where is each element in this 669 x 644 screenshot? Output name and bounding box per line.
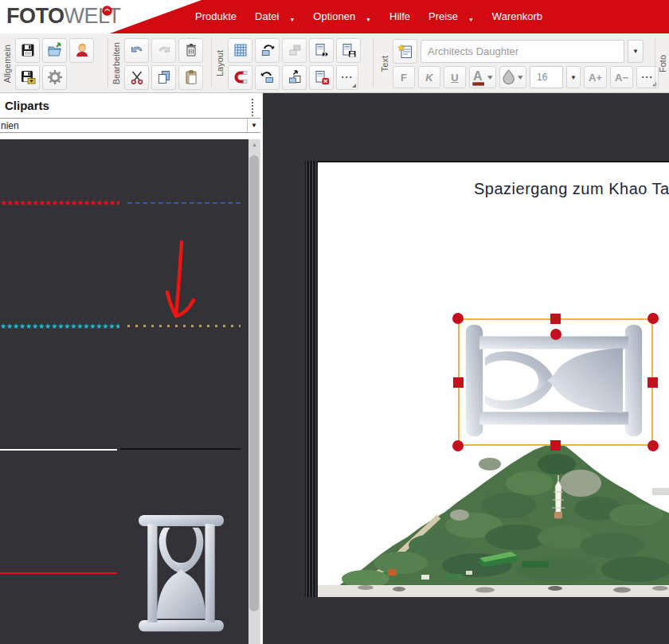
scrollbar-thumb[interactable]	[249, 155, 259, 611]
italic-button[interactable]: K	[418, 66, 440, 88]
font-color-icon: A	[470, 67, 495, 88]
rotate-left-button[interactable]	[255, 38, 280, 63]
chevron-down-icon: ▼	[289, 17, 295, 22]
panel-title: Cliparts	[0, 93, 263, 115]
menu-optionen[interactable]: Optionen▼	[313, 10, 371, 22]
increase-font-button[interactable]: A+	[584, 66, 607, 88]
editor-canvas: Spaziergang zum Khao Takiab	[263, 93, 669, 644]
save-as-button[interactable]	[15, 65, 40, 90]
page-title-text[interactable]: Spaziergang zum Khao Takiab	[474, 180, 669, 198]
clipart-solid-line-white[interactable]	[0, 449, 117, 451]
clipart-scrollbar[interactable]: ▲	[248, 139, 260, 644]
group-label-layout: Layout	[215, 50, 225, 76]
page-save-icon	[341, 42, 357, 58]
redo-button[interactable]	[151, 38, 176, 63]
group-label-foto: Foto	[658, 55, 668, 72]
top-menu-bar: FOTOWELT Produkte Datei▼ Optionen▼ Hilfe…	[0, 0, 669, 33]
next-page-button[interactable]	[309, 38, 334, 63]
align-button[interactable]	[282, 38, 307, 63]
rotate-handle[interactable]	[550, 329, 561, 340]
ribbon-toolbar: Allgemein Bearbeiten Layout	[0, 33, 669, 93]
clipart-solid-line-black[interactable]	[120, 448, 241, 450]
book-spine	[305, 161, 318, 597]
selected-clipart-frame[interactable]	[458, 318, 653, 446]
font-size-dropdown-button[interactable]: ▼	[566, 66, 581, 88]
resize-handle-top[interactable]	[550, 314, 561, 324]
magnet-icon	[233, 69, 248, 85]
resize-handle-bottom-left[interactable]	[452, 440, 464, 451]
toolbar-separator	[373, 38, 374, 88]
scissors-icon	[129, 69, 145, 85]
scroll-up-icon[interactable]: ▲	[248, 142, 260, 147]
save-button[interactable]	[15, 38, 40, 63]
open-project-button[interactable]	[42, 38, 67, 63]
svg-text:A: A	[473, 69, 483, 83]
bring-forward-icon	[287, 69, 303, 85]
clipart-dashed-line-blue[interactable]	[127, 202, 241, 204]
clipart-dotted-line-tan[interactable]	[127, 325, 241, 327]
decrease-font-button[interactable]: A−	[610, 66, 633, 88]
resize-handle-right[interactable]	[647, 377, 658, 388]
bold-button[interactable]: F	[393, 66, 415, 88]
floppy-icon	[20, 42, 36, 58]
page-forward-icon	[314, 42, 330, 58]
profile-button[interactable]	[69, 38, 94, 63]
book-page[interactable]: Spaziergang zum Khao Takiab	[318, 161, 669, 597]
arrange-front-button[interactable]	[282, 65, 307, 90]
font-size-input[interactable]: 16	[530, 66, 563, 88]
open-folder-icon	[47, 42, 63, 58]
save-page-button[interactable]	[336, 38, 361, 63]
resize-handle-top-left[interactable]	[452, 313, 464, 324]
gear-icon	[47, 69, 63, 85]
menu-produkte[interactable]: Produkte	[195, 10, 237, 22]
menu-hilfe[interactable]: Hilfe	[389, 10, 410, 22]
fill-color-button[interactable]	[499, 66, 526, 88]
chevron-down-icon: ▼	[366, 17, 371, 22]
copy-button[interactable]	[151, 65, 176, 90]
menu-preise[interactable]: Preise▼	[428, 10, 474, 22]
resize-handle-bottom-right[interactable]	[647, 440, 659, 451]
underline-button[interactable]: U	[444, 66, 466, 88]
font-family-select[interactable]: Architects Daughter	[421, 40, 624, 63]
clipart-star-line-red[interactable]: ★★★★★★★★★★★★★★★★★★★★	[0, 197, 119, 209]
undo-button[interactable]	[124, 38, 149, 63]
snap-magnet-button[interactable]	[228, 65, 252, 90]
resize-handle-top-right[interactable]	[647, 313, 659, 324]
settings-button[interactable]	[42, 65, 67, 90]
redo-icon	[156, 42, 172, 58]
logo-badge-icon	[102, 6, 112, 16]
resize-handle-left[interactable]	[453, 377, 464, 388]
clipart-solid-line-red[interactable]	[0, 572, 117, 574]
clipart-category-value: nien	[0, 119, 247, 132]
fill-color-icon	[500, 67, 526, 88]
page-delete-icon	[314, 69, 330, 85]
menu-warenkorb[interactable]: Warenkorb	[492, 10, 542, 22]
clipart-hourglass[interactable]	[135, 513, 227, 633]
undo-icon	[129, 42, 145, 58]
clipart-category-select[interactable]: nien ▼	[0, 118, 260, 133]
add-textfield-button[interactable]	[393, 39, 417, 64]
resize-handle-bottom[interactable]	[550, 440, 561, 451]
toolbar-separator	[655, 38, 655, 88]
font-family-dropdown-button[interactable]: ▼	[628, 40, 644, 63]
mountain-photo[interactable]	[318, 442, 669, 597]
group-label-text: Text	[380, 56, 390, 72]
chevron-down-icon: ▼	[251, 122, 257, 129]
delete-button[interactable]	[178, 38, 203, 63]
rotate-right-button[interactable]	[255, 65, 280, 90]
font-color-button[interactable]: A	[469, 66, 496, 88]
clipart-star-line-cyan[interactable]: ★★★★★★★★★★★★★★★★★★★★	[0, 321, 119, 332]
grid-icon	[233, 42, 248, 58]
paste-button[interactable]	[178, 65, 203, 90]
delete-page-button[interactable]	[309, 65, 334, 90]
clipart-category-dropdown-button[interactable]: ▼	[247, 119, 260, 132]
cut-button[interactable]	[124, 65, 149, 90]
group-label-bearbeiten: Bearbeiten	[111, 42, 122, 84]
chevron-down-icon: ▼	[632, 48, 639, 55]
avatar-icon	[74, 42, 90, 58]
main-menu: Produkte Datei▼ Optionen▼ Hilfe Preise▼ …	[195, 0, 542, 32]
menu-datei[interactable]: Datei▼	[255, 10, 295, 22]
panel-drag-handle[interactable]	[252, 99, 253, 116]
grid-button[interactable]	[228, 38, 252, 63]
layout-more-button[interactable]: ···	[336, 65, 358, 90]
